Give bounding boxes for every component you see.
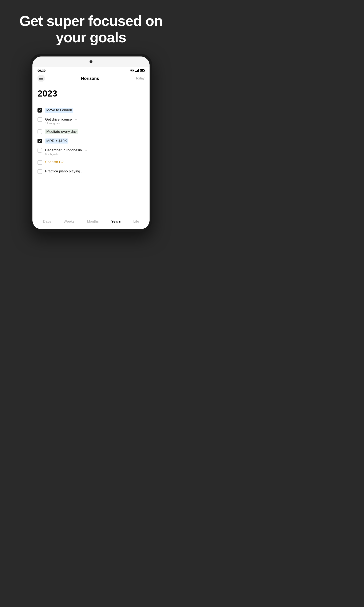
phone-outer-frame: 09:30 5G (30, 54, 152, 232)
goal-label-1: Move to London (45, 108, 73, 113)
subgoals-label-2: 12 subgoals (45, 122, 60, 125)
subgoals-label-5: 8 subgoals (45, 153, 58, 156)
app-header: Horizons Today (32, 73, 150, 84)
section-divider (38, 102, 144, 102)
phone-screen: 09:30 5G (32, 56, 150, 229)
signal-bars-icon (135, 69, 139, 72)
phone-notch (32, 56, 150, 67)
goal-item: Spanish C2 (38, 158, 144, 167)
goal-checkbox-6[interactable] (38, 160, 42, 165)
phone-mockup: 09:30 5G (30, 54, 152, 304)
tab-life[interactable]: Life (130, 218, 143, 225)
goal-item: Move to London (38, 106, 144, 115)
goal-label-6: Spanish C2 (45, 160, 64, 164)
goal-label-5: December in Indonesia (45, 148, 82, 152)
goal-checkbox-3[interactable] (38, 129, 42, 134)
goal-item: Meditate every day (38, 127, 144, 136)
goal-label-7: Practice piano playing ♩ (45, 169, 83, 173)
hamburger-line-2 (39, 78, 43, 79)
hamburger-line-3 (39, 79, 43, 80)
hero-section: Get super focused on your goals (0, 13, 182, 46)
status-time: 09:30 (38, 69, 46, 72)
goal-label-2: Get drive license (45, 117, 72, 122)
hamburger-line-1 (39, 77, 43, 77)
year-heading: 2023 (38, 89, 144, 99)
goal-checkbox-4[interactable] (38, 139, 42, 143)
front-camera (90, 60, 92, 63)
tab-years[interactable]: Years (108, 218, 124, 225)
app-title: Horizons (81, 76, 99, 81)
bottom-nav: Days Weeks Months Years Life (32, 215, 150, 229)
scrollbar-thumb (148, 110, 148, 123)
goal-checkbox-5[interactable] (38, 148, 42, 153)
goal-label-3: Meditate every day (45, 129, 78, 134)
goal-checkbox-7[interactable] (38, 169, 42, 174)
battery-icon (140, 69, 144, 72)
status-icons: 5G (130, 69, 144, 72)
scrollbar-track (148, 110, 148, 189)
goal-item: Get drive license ≡ 12 subgoals (38, 115, 144, 127)
network-label: 5G (130, 69, 134, 72)
list-icon: ≡ (75, 118, 77, 121)
hero-title: Get super focused on your goals (13, 13, 169, 46)
tab-days[interactable]: Days (39, 218, 54, 225)
tab-weeks[interactable]: Weeks (60, 218, 78, 225)
list-icon-2: ≡ (85, 149, 87, 152)
goal-item: MRR > $10K (38, 136, 144, 146)
today-button[interactable]: Today (135, 77, 144, 80)
goal-checkbox-2[interactable] (38, 117, 42, 122)
status-bar: 09:30 5G (32, 67, 150, 73)
menu-button[interactable] (38, 75, 45, 81)
goal-item: December in Indonesia ≡ 8 subgoals (38, 146, 144, 158)
app-content: 2023 Move to London Get drive license ≡ … (32, 84, 150, 215)
goal-checkbox-1[interactable] (38, 108, 42, 113)
goal-item: Practice piano playing ♩ (38, 167, 144, 176)
goal-label-4: MRR > $10K (45, 138, 68, 144)
tab-months[interactable]: Months (84, 218, 102, 225)
